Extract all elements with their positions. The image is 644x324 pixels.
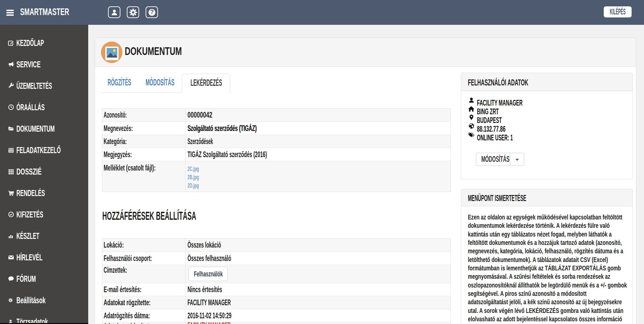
svg-text:?: ? (150, 9, 154, 15)
